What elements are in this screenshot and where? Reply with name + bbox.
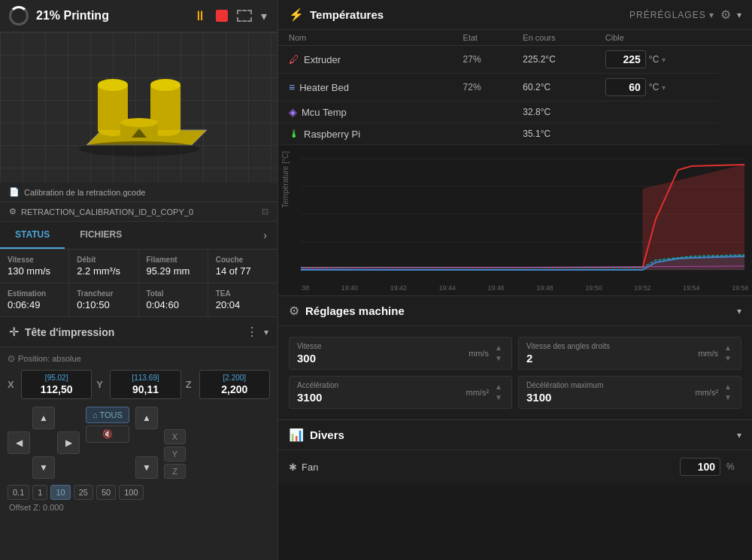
x-label-button[interactable]: X — [164, 429, 186, 444]
col-etat: Etat — [453, 30, 513, 46]
divers-header[interactable]: 📊 Divers ▾ — [278, 420, 752, 450]
col-actions — [720, 30, 752, 46]
col-empty — [420, 30, 453, 46]
bed-target-cell: °C ▾ — [605, 78, 709, 96]
mcu-current: 32.8°C — [512, 101, 595, 123]
home-all-button[interactable]: ⌂ TOUS — [86, 407, 129, 423]
printhead-menu-icon[interactable]: ⋮ — [246, 325, 258, 339]
cam-button[interactable] — [235, 8, 253, 23]
divers-chevron-icon[interactable]: ▾ — [737, 430, 741, 440]
jog-z-up-button[interactable]: ▲ — [135, 407, 158, 429]
stat-vitesse-value: 130 mm/s — [8, 265, 61, 277]
y-value: 90,11 — [132, 383, 159, 395]
jog-z-down-button[interactable]: ▼ — [135, 456, 158, 479]
printhead-title: Tête d'impression — [25, 326, 240, 338]
printhead-chevron-icon[interactable]: ▾ — [264, 327, 268, 338]
svg-point-3 — [98, 79, 128, 91]
chart-y-label: Température [°C] — [281, 151, 290, 208]
angles-down-button[interactable]: ▼ — [723, 354, 733, 363]
z-value-box[interactable]: [2.200] 2,200 — [199, 370, 270, 399]
jog-down-button[interactable]: ▼ — [32, 456, 55, 479]
job-info: ⚙ RETRACTION_CALIBRATION_ID_0_COPY_0 ⊡ — [0, 202, 277, 222]
extruder-target-input[interactable] — [605, 50, 646, 68]
stat-estimation-value: 0:06:49 — [8, 299, 61, 310]
accel-up-button[interactable]: ▲ — [493, 383, 504, 392]
machine-decel-unit: mm/s² — [696, 388, 719, 397]
step-row: 0.1 1 10 25 50 100 — [8, 485, 270, 500]
vitesse-up-button[interactable]: ▲ — [493, 344, 504, 353]
step-50-button[interactable]: 50 — [96, 485, 116, 500]
stat-trancheur-value: 0:10:50 — [77, 299, 130, 310]
jog-up-button[interactable]: ▲ — [32, 407, 55, 429]
step-1-button[interactable]: 1 — [32, 485, 47, 500]
presets-button[interactable]: PRÉRÉGLAGES ▾ — [629, 10, 714, 20]
x-value-box[interactable]: [95.02] 112,50 — [21, 370, 92, 399]
z-value: 2,200 — [221, 383, 247, 395]
pause-button[interactable]: ⏸ — [192, 7, 208, 26]
accel-down-button[interactable]: ▼ — [493, 393, 504, 402]
extruder-unit: °C — [649, 54, 659, 65]
machine-grid: Vitesse 300 mm/s ▲ ▼ Vitesse des angles … — [278, 326, 752, 419]
step-100-button[interactable]: 100 — [119, 485, 143, 500]
col-cible: Cible — [595, 30, 720, 46]
decel-down-button[interactable]: ▼ — [723, 393, 733, 402]
pi-target — [595, 123, 720, 145]
z-preset: [2.200] — [223, 374, 247, 382]
offset-label: Offset Z: 0.000 — [9, 503, 64, 512]
fan-value-input[interactable] — [680, 458, 720, 476]
stat-filament-value: 95.29 mm — [147, 265, 200, 277]
machine-accel-label: Accélération — [297, 381, 462, 389]
decel-up-button[interactable]: ▲ — [723, 383, 733, 392]
step-01-button[interactable]: 0.1 — [8, 485, 29, 500]
temp-chevron-icon[interactable]: ▾ — [737, 10, 741, 20]
machine-chevron-icon[interactable]: ▾ — [737, 306, 741, 316]
mcu-icon: ◈ — [289, 106, 297, 118]
file-name: Calibration de la retraction.gcode — [24, 188, 145, 197]
bed-dropdown-icon[interactable]: ▾ — [662, 83, 666, 92]
z-label-button[interactable]: Z — [164, 464, 186, 479]
tab-status[interactable]: STATUS — [0, 222, 65, 249]
stats-row2: Estimation 0:06:49 Trancheur 0:10:50 Tot… — [0, 283, 277, 317]
stop-button[interactable] — [214, 8, 229, 23]
machine-vitesse-label: Vitesse — [297, 342, 464, 350]
svg-text:19:52: 19:52 — [634, 284, 650, 292]
stat-couche-label: Couche — [216, 256, 270, 264]
header-chevron-button[interactable]: ▾ — [259, 8, 268, 25]
temp-chart: Température [°C] 260 200 150 100 50 19:3… — [278, 145, 752, 295]
y-value-box[interactable]: [113.69] 90,11 — [110, 370, 180, 399]
vitesse-down-button[interactable]: ▼ — [493, 354, 504, 363]
temp-row-bed: ≡ Heater Bed 72% 60.2°C °C ▾ — [278, 74, 752, 101]
stat-trancheur-label: Trancheur — [77, 289, 130, 298]
disable-button[interactable]: 🔇 — [86, 425, 129, 443]
machine-accel-value: 3100 — [297, 391, 462, 404]
jog-right-button[interactable]: ▶ — [57, 431, 80, 454]
machine-field-decel: Décélération maximum 3100 mm/s² ▲ ▼ — [518, 376, 741, 409]
bed-target-input[interactable] — [605, 78, 646, 96]
tab-arrow[interactable]: › — [253, 222, 277, 249]
y-label-button[interactable]: Y — [164, 446, 186, 462]
stat-couche: Couche 14 of 77 — [208, 250, 277, 283]
printhead-icon: ✛ — [9, 325, 19, 339]
angles-up-button[interactable]: ▲ — [723, 344, 733, 353]
offset-row: Offset Z: 0.000 — [8, 503, 270, 512]
tabs-row: STATUS FICHIERS › — [0, 222, 277, 250]
y-preset: [113.69] — [132, 374, 159, 382]
extruder-dropdown-icon[interactable]: ▾ — [662, 56, 666, 64]
file-icon: 📄 — [9, 187, 20, 197]
step-10-button[interactable]: 10 — [50, 485, 70, 500]
machine-angles-unit: mm/s — [698, 349, 718, 358]
stop-icon — [216, 10, 228, 22]
temp-title: Températures — [310, 8, 623, 21]
jog-center-col: ⌂ TOUS 🔇 — [86, 407, 129, 479]
tab-files[interactable]: FICHIERS — [65, 222, 137, 249]
gear-button[interactable]: ⚙ — [720, 8, 731, 22]
machine-header[interactable]: ⚙ Réglages machine ▾ — [278, 296, 752, 326]
jog-left-button[interactable]: ◀ — [8, 431, 30, 454]
y-label: Y — [96, 379, 107, 390]
printhead-content: ⊙ Position: absolue X [95.02] 112,50 Y [… — [0, 347, 277, 560]
job-expand-icon[interactable]: ⊡ — [262, 207, 268, 216]
stat-estimation: Estimation 0:06:49 — [0, 283, 69, 316]
pi-icon: 🌡 — [289, 128, 299, 140]
step-25-button[interactable]: 25 — [74, 485, 93, 500]
machine-vitesse-unit: mm/s — [468, 349, 489, 358]
